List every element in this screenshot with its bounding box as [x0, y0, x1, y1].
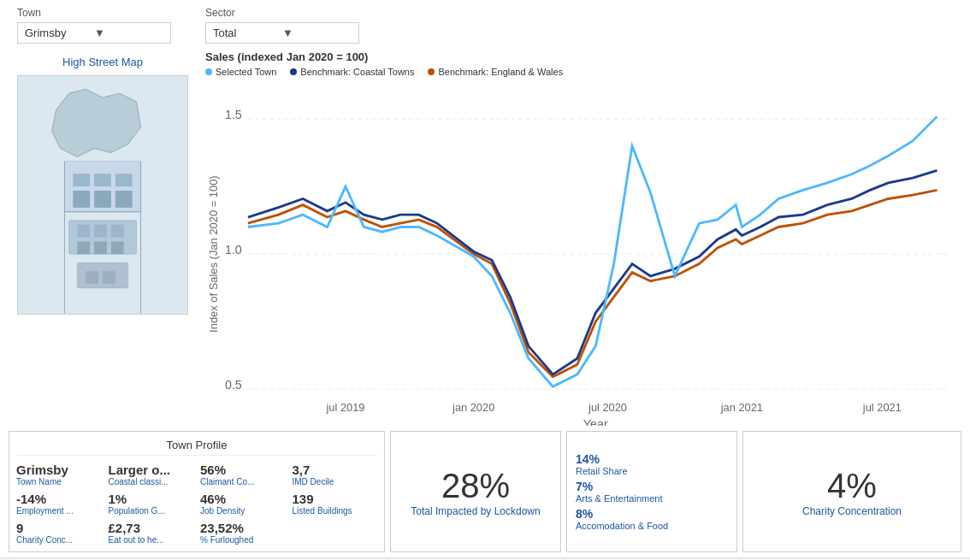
sector-label: Sector: [205, 7, 359, 19]
svg-text:jul 2019: jul 2019: [326, 401, 365, 414]
content-area: High Street Map: [0, 47, 970, 426]
legend-coastal: Benchmark: Coastal Towns: [290, 67, 414, 77]
profile-item-eat-out: £2,73 Eat out to he...: [109, 521, 194, 545]
profile-item-population: 1% Population G...: [109, 492, 194, 516]
profile-value-imd: 3,7: [293, 463, 378, 477]
profile-item-coastal: Larger o... Coastal classi...: [109, 463, 194, 486]
svg-text:Index of Sales (Jan 2020 = 100: Index of Sales (Jan 2020 = 100): [207, 175, 220, 333]
profile-value-job-density: 46%: [200, 492, 286, 506]
sector-item-retail: 14% Retail Share: [576, 452, 728, 476]
profile-item-empty: [293, 521, 378, 545]
svg-rect-18: [111, 241, 124, 254]
charity-panel: 4% Charity Concentration: [742, 431, 961, 552]
profile-item-employment: -14% Employment ...: [16, 492, 102, 516]
svg-text:jan 2020: jan 2020: [452, 401, 494, 414]
svg-rect-20: [86, 271, 98, 284]
svg-rect-21: [103, 271, 115, 284]
sector-control-group: Sector Total ▼: [205, 7, 359, 44]
sector-item-accommodation: 8% Accomodation & Food: [576, 507, 728, 531]
sector-label-accommodation: Accomodation & Food: [576, 521, 728, 531]
svg-text:1.0: 1.0: [225, 243, 242, 256]
profile-value-claimant: 56%: [200, 463, 286, 477]
profile-label-population: Population G...: [109, 506, 194, 516]
sector-label-retail: Retail Share: [576, 466, 728, 476]
profile-item-charity-conc: 9 Charity Conc...: [16, 521, 102, 545]
profile-label-eat-out: Eat out to he...: [109, 535, 194, 545]
svg-rect-5: [94, 174, 111, 186]
chart-legend: Selected Town Benchmark: Coastal Towns B…: [205, 67, 961, 77]
map-svg: [18, 76, 187, 314]
main-container: Town Grimsby ▼ Sector Total ▼ High Stree…: [0, 0, 970, 560]
profile-label-job-density: Job Density: [200, 506, 286, 516]
svg-rect-14: [94, 225, 107, 238]
profile-label-town-name: Town Name: [16, 477, 102, 486]
profile-value-listed-buildings: 139: [293, 492, 378, 506]
profile-grid: Grimsby Town Name Larger o... Coastal cl…: [16, 463, 377, 545]
svg-rect-7: [73, 191, 90, 208]
town-label: Town: [17, 7, 171, 19]
map-title: High Street Map: [62, 56, 143, 68]
legend-label-england: Benchmark: England & Wales: [438, 67, 563, 77]
legend-label-selected: Selected Town: [216, 67, 276, 77]
lockdown-value: 28%: [441, 467, 510, 505]
profile-value-employment: -14%: [16, 492, 102, 506]
profile-item-listed-buildings: 139 Listed Buildings: [293, 492, 378, 516]
town-profile-title: Town Profile: [16, 439, 377, 456]
bottom-panels: Town Profile Grimsby Town Name Larger o.…: [0, 426, 970, 557]
sales-chart-svg: 1.5 1.0 0.5 Index of Sales (Jan 2020 = 1…: [205, 82, 961, 426]
profile-item-claimant: 56% Claimant Co...: [200, 463, 286, 486]
profile-label-listed-buildings: Listed Buildings: [293, 506, 378, 516]
legend-dot-selected: [205, 68, 212, 75]
profile-label-employment: Employment ...: [16, 506, 102, 516]
profile-label-furloughed: % Furloughed: [200, 535, 286, 545]
profile-label-charity-conc: Charity Conc...: [16, 535, 102, 545]
legend-dot-england: [428, 68, 435, 75]
svg-text:jan 2021: jan 2021: [720, 401, 763, 414]
svg-text:jul 2021: jul 2021: [862, 401, 902, 414]
sector-dropdown[interactable]: Total ▼: [205, 22, 359, 44]
sector-item-arts: 7% Arts & Entertainment: [576, 480, 728, 504]
profile-value-charity-conc: 9: [16, 521, 102, 535]
sector-value-accommodation: 8%: [576, 507, 728, 521]
sector-panel: 14% Retail Share 7% Arts & Entertainment…: [566, 431, 737, 552]
high-street-map: [17, 75, 188, 315]
chart-title: Sales (indexed Jan 2020 = 100): [205, 50, 961, 63]
sector-value-arts: 7%: [576, 480, 728, 493]
svg-rect-8: [94, 191, 111, 208]
profile-value-furloughed: 23,52%: [200, 521, 286, 535]
town-dropdown-arrow: ▼: [94, 27, 163, 39]
svg-text:Year: Year: [583, 417, 608, 426]
svg-rect-6: [115, 174, 133, 186]
profile-item-town-name: Grimsby Town Name: [16, 463, 102, 486]
left-panel: High Street Map: [9, 47, 197, 426]
town-profile-panel: Town Profile Grimsby Town Name Larger o.…: [9, 431, 385, 552]
chart-area: 1.5 1.0 0.5 Index of Sales (Jan 2020 = 1…: [205, 82, 961, 426]
lockdown-panel: 28% Total Impacted by Lockdown: [390, 431, 561, 552]
right-panel: Sales (indexed Jan 2020 = 100) Selected …: [205, 47, 961, 426]
profile-label-coastal: Coastal classi...: [109, 477, 194, 486]
svg-rect-15: [111, 225, 124, 238]
svg-rect-17: [94, 241, 107, 254]
svg-rect-4: [73, 174, 90, 186]
sector-label-arts: Arts & Entertainment: [576, 493, 728, 504]
chart-title-text: Sales (indexed Jan 2020 = 100): [205, 50, 368, 63]
sector-value-retail: 14%: [576, 452, 728, 466]
profile-item-imd: 3,7 IMD Decile: [293, 463, 378, 486]
town-dropdown[interactable]: Grimsby ▼: [17, 22, 171, 44]
town-value: Grimsby: [25, 27, 94, 39]
profile-item-job-density: 46% Job Density: [200, 492, 286, 516]
profile-value-town-name: Grimsby: [16, 463, 102, 477]
legend-england: Benchmark: England & Wales: [428, 67, 563, 77]
legend-label-coastal: Benchmark: Coastal Towns: [300, 67, 414, 77]
lockdown-label: Total Impacted by Lockdown: [411, 505, 540, 517]
profile-value-population: 1%: [109, 492, 194, 506]
svg-rect-16: [77, 241, 90, 254]
profile-label-claimant: Claimant Co...: [200, 477, 286, 486]
profile-label-imd: IMD Decile: [293, 477, 378, 486]
charity-label: Charity Concentration: [802, 505, 902, 517]
charity-value: 4%: [827, 467, 877, 505]
svg-text:jul 2020: jul 2020: [588, 401, 627, 414]
profile-item-furloughed: 23,52% % Furloughed: [200, 521, 286, 545]
svg-text:1.5: 1.5: [225, 108, 242, 121]
svg-rect-13: [77, 225, 90, 238]
